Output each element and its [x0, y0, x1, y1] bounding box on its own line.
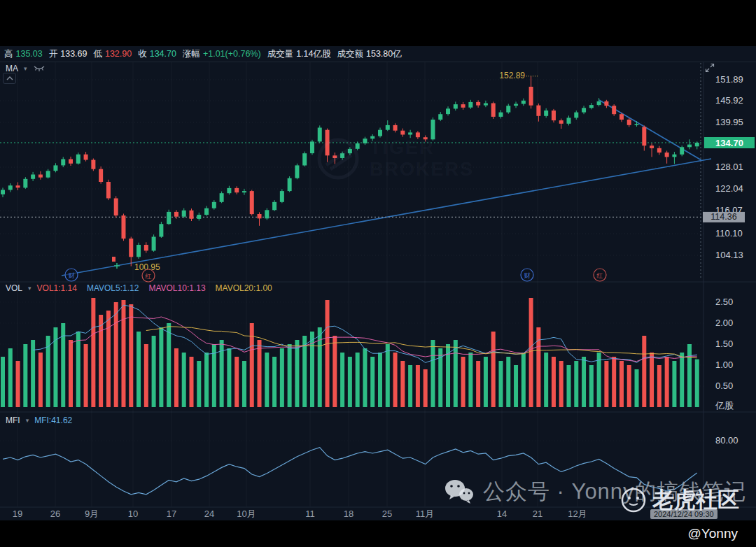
volume-bar[interactable]	[69, 340, 73, 407]
volume-bar[interactable]	[454, 340, 458, 407]
candle[interactable]	[204, 206, 209, 216]
candle[interactable]	[522, 99, 526, 106]
candle[interactable]	[582, 106, 586, 114]
volume-bar[interactable]	[627, 365, 631, 407]
volume-bar[interactable]	[604, 361, 608, 407]
volume-bar[interactable]	[430, 340, 435, 407]
volume-bar[interactable]	[665, 357, 669, 407]
volume-bar[interactable]	[129, 304, 133, 407]
volume-bar[interactable]	[1, 357, 5, 407]
volume-bar[interactable]	[174, 348, 178, 407]
volume-bar[interactable]	[220, 340, 224, 407]
candle[interactable]	[197, 213, 201, 221]
volume-bar[interactable]	[23, 344, 27, 407]
volume-bar[interactable]	[484, 357, 488, 407]
volume-bar[interactable]	[635, 369, 639, 407]
candle[interactable]	[378, 128, 382, 138]
volume-bar[interactable]	[657, 365, 662, 407]
volume-bar[interactable]	[167, 323, 171, 407]
candle[interactable]	[484, 101, 488, 107]
volume-bar[interactable]	[552, 357, 556, 407]
volume-bar[interactable]	[393, 353, 398, 407]
mfi-title[interactable]: MFI	[6, 415, 20, 425]
volume-bar[interactable]	[106, 311, 111, 407]
volume-dropdown-caret[interactable]: ▾	[28, 285, 31, 292]
volume-bar[interactable]	[522, 353, 526, 407]
candle[interactable]	[99, 166, 103, 184]
candle[interactable]	[76, 152, 80, 164]
candle[interactable]	[16, 183, 20, 191]
volume-bar[interactable]	[38, 353, 43, 407]
collapse-panel-button[interactable]	[3, 73, 16, 84]
volume-bar[interactable]	[76, 332, 80, 407]
candle[interactable]	[514, 101, 518, 108]
volume-bar[interactable]	[476, 361, 480, 407]
volume-bar[interactable]	[16, 361, 20, 407]
volume-bar[interactable]	[416, 365, 420, 407]
candle[interactable]	[280, 189, 284, 203]
volume-bar[interactable]	[288, 344, 292, 407]
candle[interactable]	[46, 169, 50, 179]
candle[interactable]	[106, 180, 111, 200]
candle[interactable]	[491, 101, 496, 119]
volume-bar[interactable]	[114, 302, 118, 407]
volume-bar[interactable]	[582, 357, 586, 407]
volume-bar[interactable]	[514, 365, 518, 407]
candle[interactable]	[498, 110, 503, 118]
candle[interactable]	[476, 100, 480, 108]
candle[interactable]	[650, 143, 654, 157]
volume-bar[interactable]	[559, 361, 564, 407]
candle[interactable]	[680, 145, 684, 156]
volume-bar[interactable]	[272, 357, 276, 407]
volume-bar[interactable]	[386, 344, 390, 407]
candle[interactable]	[53, 163, 57, 172]
candle[interactable]	[302, 152, 307, 166]
volume-bar[interactable]	[378, 353, 382, 407]
candle[interactable]	[400, 129, 405, 137]
candle[interactable]	[220, 192, 224, 204]
volume-bar[interactable]	[121, 300, 125, 407]
volume-bar[interactable]	[695, 360, 699, 407]
volume-bar[interactable]	[400, 361, 405, 407]
candle[interactable]	[234, 186, 239, 194]
candle[interactable]	[8, 183, 13, 192]
volume-bar[interactable]	[152, 336, 156, 407]
candle[interactable]	[1, 187, 5, 197]
candle[interactable]	[61, 157, 65, 167]
volume-bar[interactable]	[295, 340, 299, 407]
volume-bar[interactable]	[227, 348, 231, 407]
volume-bar[interactable]	[642, 336, 646, 407]
candle[interactable]	[182, 208, 186, 218]
candle[interactable]	[84, 152, 88, 162]
candle[interactable]	[687, 139, 692, 149]
volume-bar[interactable]	[99, 315, 103, 407]
volume-bar[interactable]	[258, 340, 262, 407]
volume-bar[interactable]	[8, 348, 13, 407]
volume-bar[interactable]	[491, 332, 496, 407]
volume-bar[interactable]	[650, 353, 654, 407]
candle[interactable]	[567, 115, 571, 125]
candle[interactable]	[212, 200, 216, 210]
volume-bar[interactable]	[672, 361, 676, 407]
candle[interactable]	[461, 102, 465, 110]
candle[interactable]	[657, 146, 662, 155]
volume-bar[interactable]	[461, 357, 465, 407]
volume-bar[interactable]	[234, 357, 239, 407]
candle[interactable]	[144, 242, 148, 253]
candle[interactable]	[136, 243, 141, 259]
volume-bar[interactable]	[326, 300, 330, 407]
candle[interactable]	[529, 76, 533, 109]
candle[interactable]	[152, 234, 156, 252]
candle[interactable]	[446, 106, 450, 115]
candle[interactable]	[174, 210, 178, 219]
volume-bar[interactable]	[408, 365, 412, 407]
candle[interactable]	[559, 119, 564, 129]
volume-bar[interactable]	[197, 361, 201, 407]
candle[interactable]	[589, 103, 594, 109]
volume-bar[interactable]	[687, 344, 692, 407]
volume-bar[interactable]	[620, 361, 624, 407]
fullscreen-expand-icon[interactable]	[705, 63, 715, 73]
volume-bar[interactable]	[370, 357, 374, 407]
candle[interactable]	[69, 157, 73, 166]
candle[interactable]	[552, 109, 556, 122]
